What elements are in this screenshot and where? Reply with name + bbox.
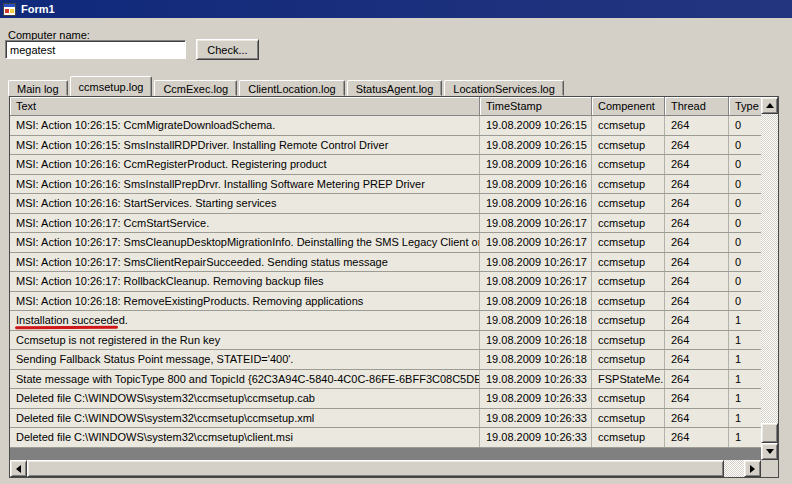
scrollbar-corner <box>761 460 778 477</box>
table-row[interactable]: MSI: Action 10:26:16: CcmRegisterProduct… <box>10 155 761 175</box>
log-grid: TextTimeStampCompenentThreadType MSI: Ac… <box>9 96 779 478</box>
cell-thread: 264 <box>665 350 729 369</box>
cell-thread: 264 <box>665 214 729 233</box>
vertical-scroll-thumb[interactable] <box>761 423 778 443</box>
table-row[interactable]: MSI: Action 10:26:17: SmsCleanupDesktopM… <box>10 233 761 253</box>
tab-strip: Main logccmsetup.logCcmExec.logClientLoc… <box>8 76 566 96</box>
check-button[interactable]: Check... <box>196 39 259 60</box>
column-header-timestamp[interactable]: TimeStamp <box>480 97 592 116</box>
tab-locationservices-log[interactable]: LocationServices.log <box>444 80 564 96</box>
cell-component: ccmsetup <box>592 272 665 291</box>
table-row[interactable]: MSI: Action 10:26:15: SmsInstallRDPDrive… <box>10 136 761 156</box>
cell-timestamp: 19.08.2009 10:26:17 <box>480 272 592 291</box>
computer-name-input[interactable] <box>5 40 186 59</box>
cell-component: ccmsetup <box>592 214 665 233</box>
cell-thread: 264 <box>665 428 729 447</box>
cell-timestamp: 19.08.2009 10:26:33 <box>480 409 592 428</box>
table-row[interactable]: State message with TopicType 800 and Top… <box>10 370 761 390</box>
horizontal-scroll-track[interactable] <box>27 460 744 477</box>
cell-text: MSI: Action 10:26:15: CcmMigrateDownload… <box>10 116 480 135</box>
tab-clientlocation-log[interactable]: ClientLocation.log <box>239 80 344 96</box>
table-row[interactable]: MSI: Action 10:26:16: StartServices. Sta… <box>10 194 761 214</box>
cell-timestamp: 19.08.2009 10:26:18 <box>480 331 592 350</box>
table-row[interactable]: Deleted file C:\WINDOWS\system32\ccmsetu… <box>10 428 761 448</box>
cell-component: FSPStateMe... <box>592 370 665 389</box>
cell-text: Installation succeeded. <box>10 311 480 330</box>
cell-text: MSI: Action 10:26:16: StartServices. Sta… <box>10 194 480 213</box>
cell-component: ccmsetup <box>592 389 665 408</box>
cell-timestamp: 19.08.2009 10:26:33 <box>480 428 592 447</box>
cell-type: 0 <box>729 253 761 272</box>
table-row[interactable]: MSI: Action 10:26:15: CcmMigrateDownload… <box>10 116 761 136</box>
cell-text: Sending Fallback Status Point message, S… <box>10 350 480 369</box>
cell-thread: 264 <box>665 292 729 311</box>
column-header-thread[interactable]: Thread <box>665 97 729 116</box>
table-row[interactable]: MSI: Action 10:26:17: CcmStartService.19… <box>10 214 761 234</box>
cell-component: ccmsetup <box>592 331 665 350</box>
vertical-scrollbar[interactable] <box>761 97 778 460</box>
cell-thread: 264 <box>665 175 729 194</box>
column-header-text[interactable]: Text <box>10 97 480 116</box>
cell-type: 0 <box>729 136 761 155</box>
cell-text: Deleted file C:\WINDOWS\system32\ccmsetu… <box>10 389 480 408</box>
cell-type: 1 <box>729 428 761 447</box>
red-underline-annotation <box>15 325 118 329</box>
cell-thread: 264 <box>665 253 729 272</box>
scroll-down-button[interactable] <box>761 443 778 460</box>
tab-ccmexec-log[interactable]: CcmExec.log <box>154 80 237 96</box>
table-row[interactable]: MSI: Action 10:26:16: SmsInstallPrepDrvr… <box>10 175 761 195</box>
cell-type: 1 <box>729 370 761 389</box>
cell-component: ccmsetup <box>592 175 665 194</box>
cell-thread: 264 <box>665 409 729 428</box>
column-header-compenent[interactable]: Compenent <box>592 97 665 116</box>
cell-component: ccmsetup <box>592 155 665 174</box>
table-row[interactable]: MSI: Action 10:26:17: SmsClientRepairSuc… <box>10 253 761 273</box>
cell-type: 1 <box>729 311 761 330</box>
cell-component: ccmsetup <box>592 428 665 447</box>
scroll-left-button[interactable] <box>10 460 27 477</box>
table-row[interactable]: MSI: Action 10:26:18: RemoveExistingProd… <box>10 292 761 312</box>
table-row[interactable]: Installation succeeded.19.08.2009 10:26:… <box>10 311 761 331</box>
right-arrow-icon <box>750 465 755 473</box>
table-row[interactable]: Sending Fallback Status Point message, S… <box>10 350 761 370</box>
tab-ccmsetup-log[interactable]: ccmsetup.log <box>70 76 153 96</box>
cell-text: MSI: Action 10:26:16: SmsInstallPrepDrvr… <box>10 175 480 194</box>
cell-type: 0 <box>729 272 761 291</box>
tab-statusagent-log[interactable]: StatusAgent.log <box>347 80 443 96</box>
cell-text: MSI: Action 10:26:17: CcmStartService. <box>10 214 480 233</box>
cell-type: 0 <box>729 233 761 252</box>
cell-thread: 264 <box>665 155 729 174</box>
cell-component: ccmsetup <box>592 253 665 272</box>
title-bar[interactable]: Form1 <box>0 0 792 18</box>
cell-thread: 264 <box>665 272 729 291</box>
cell-timestamp: 19.08.2009 10:26:16 <box>480 155 592 174</box>
tab-main-log[interactable]: Main log <box>8 80 68 96</box>
vertical-scroll-track[interactable] <box>761 114 778 443</box>
table-row[interactable]: MSI: Action 10:26:17: RollbackCleanup. R… <box>10 272 761 292</box>
cell-component: ccmsetup <box>592 311 665 330</box>
cell-text: MSI: Action 10:26:15: SmsInstallRDPDrive… <box>10 136 480 155</box>
cell-text: Ccmsetup is not registered in the Run ke… <box>10 331 480 350</box>
cell-timestamp: 19.08.2009 10:26:17 <box>480 233 592 252</box>
table-row[interactable]: Deleted file C:\WINDOWS\system32\ccmsetu… <box>10 389 761 409</box>
cell-timestamp: 19.08.2009 10:26:18 <box>480 350 592 369</box>
cell-text: MSI: Action 10:26:17: RollbackCleanup. R… <box>10 272 480 291</box>
horizontal-scroll-thumb[interactable] <box>27 460 724 477</box>
grid-header: TextTimeStampCompenentThreadType <box>10 97 761 116</box>
scroll-right-button[interactable] <box>744 460 761 477</box>
table-row[interactable]: Deleted file C:\WINDOWS\system32\ccmsetu… <box>10 409 761 429</box>
scroll-up-button[interactable] <box>761 97 778 114</box>
cell-timestamp: 19.08.2009 10:26:15 <box>480 116 592 135</box>
window-title: Form1 <box>21 3 55 15</box>
horizontal-scrollbar[interactable] <box>10 460 761 477</box>
form-icon[interactable] <box>3 3 16 16</box>
cell-type: 0 <box>729 155 761 174</box>
cell-component: ccmsetup <box>592 350 665 369</box>
grid-main: TextTimeStampCompenentThreadType MSI: Ac… <box>10 97 761 477</box>
table-row[interactable]: Ccmsetup is not registered in the Run ke… <box>10 331 761 351</box>
cell-timestamp: 19.08.2009 10:26:18 <box>480 292 592 311</box>
column-header-type[interactable]: Type <box>729 97 761 116</box>
cell-thread: 264 <box>665 194 729 213</box>
cell-timestamp: 19.08.2009 10:26:17 <box>480 214 592 233</box>
cell-timestamp: 19.08.2009 10:26:15 <box>480 136 592 155</box>
